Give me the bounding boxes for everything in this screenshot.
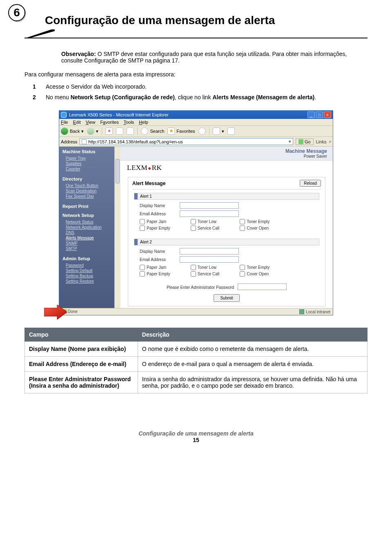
url-input[interactable]: http://157.184.164.138/default.asp?Lang=… xyxy=(80,138,293,145)
admin-password-row: Please Enter Administrator Password xyxy=(128,281,325,293)
back-button[interactable]: Back ▾ xyxy=(61,127,84,135)
stop-icon: × xyxy=(105,127,113,135)
chevron-down-icon[interactable]: ▾ xyxy=(289,139,291,144)
alert2-tonerempty-checkbox[interactable]: Toner Empty xyxy=(240,265,270,270)
history-icon xyxy=(198,127,206,135)
ie-logo-icon xyxy=(61,112,67,118)
note-label: Observação: xyxy=(61,51,96,57)
sidebar-item-network-status[interactable]: Network Status xyxy=(66,219,120,225)
alert2-paperempty-checkbox[interactable]: Paper Empty xyxy=(140,271,170,277)
alert1-tonerlow-checkbox[interactable]: Toner Low xyxy=(191,219,219,224)
description-table: Campo Descrição Display Name (Nome para … xyxy=(24,328,368,393)
status-bar: 🟩 Done Local intranet xyxy=(59,308,333,315)
sidebar-item-alerts-message[interactable]: Alerts Message xyxy=(66,235,120,241)
menu-view[interactable]: View xyxy=(86,120,96,125)
stop-button[interactable]: × xyxy=(105,127,113,135)
menu-favorites[interactable]: Favorites xyxy=(100,120,118,125)
browser-window: Lexmark X500 Series - Microsoft Internet… xyxy=(59,110,333,315)
close-button[interactable]: × xyxy=(324,112,331,118)
alert1-coveropen-checkbox[interactable]: Cover Open xyxy=(240,226,270,231)
table-row: Email Address (Endereço de e-mail) O end… xyxy=(25,357,368,372)
menu-help[interactable]: Help xyxy=(139,120,148,125)
step-item-text: Acesse o Servidor da Web incorporado. xyxy=(46,83,368,90)
sidebar-item-paper-tray[interactable]: Paper Tray xyxy=(66,156,120,161)
sidebar-item-setting-default[interactable]: Setting Default xyxy=(66,268,120,273)
sidebar-item-network-application[interactable]: Network Application xyxy=(66,225,120,230)
admin-password-label: Please Enter Administrator Password xyxy=(167,285,234,290)
admin-password-input[interactable] xyxy=(238,284,287,290)
sidebar-item-counter[interactable]: Counter xyxy=(66,166,120,172)
sidebar-item-smtp[interactable]: SMTP xyxy=(66,246,120,251)
alert2-email-input[interactable] xyxy=(180,256,239,263)
search-button[interactable]: Search xyxy=(141,127,164,135)
alert1-servicecall-checkbox[interactable]: Service Call xyxy=(191,226,219,231)
note-text: O SMTP deve estar configurado para que e… xyxy=(61,51,347,64)
alert1-display-name-input[interactable] xyxy=(180,202,239,209)
table-cell-val: O endereço de e-mail para o qual a mensa… xyxy=(138,357,367,372)
favorites-button[interactable]: ★Favorites xyxy=(167,127,195,135)
print-button[interactable] xyxy=(227,127,235,135)
forward-button[interactable]: ▾ xyxy=(87,127,98,135)
menu-file[interactable]: File xyxy=(61,120,68,125)
menu-tools[interactable]: Tools xyxy=(124,120,134,125)
alert2-display-name-input[interactable] xyxy=(180,248,239,255)
alert-1-group: Alert 1 Display Name Email Address Paper… xyxy=(128,190,325,235)
alert1-email-input[interactable] xyxy=(180,210,239,217)
mail-icon xyxy=(213,127,220,135)
alert-2-group: Alert 2 Display Name Email Address Paper… xyxy=(128,235,325,281)
sidebar-scrollbar[interactable] xyxy=(114,147,120,308)
sidebar-section-report-print[interactable]: Report Print xyxy=(59,201,120,210)
address-bar: Address http://157.184.164.138/default.a… xyxy=(59,137,333,147)
go-button[interactable]: Go xyxy=(296,138,314,145)
submit-button[interactable]: Submit xyxy=(214,294,239,302)
url-text: http://157.184.164.138/default.asp?Lang=… xyxy=(88,139,183,144)
chevron-icon: » xyxy=(329,139,331,144)
sidebar-item-scan-destination[interactable]: Scan Destination xyxy=(66,188,120,194)
alert-2-header: Alert 2 xyxy=(134,239,319,246)
sidebar-item-password[interactable]: Password xyxy=(66,263,120,268)
sidebar-section-directory: Directory xyxy=(59,174,120,183)
alert-message-panel: Alert Message Reload Alert 1 Display Nam… xyxy=(128,177,325,306)
history-button[interactable] xyxy=(198,127,206,135)
sidebar-item-fax-speed-dial[interactable]: Fax Speed Dial xyxy=(66,194,120,199)
panel-title: Alert Message xyxy=(132,181,165,186)
menu-bar: File Edit View Favorites Tools Help xyxy=(59,119,333,126)
window-titlebar: Lexmark X500 Series - Microsoft Internet… xyxy=(59,111,333,119)
alert2-servicecall-checkbox[interactable]: Service Call xyxy=(191,271,219,277)
step-item: 2 No menu Network Setup (Configuração de… xyxy=(33,94,368,100)
table-header-campo: Campo xyxy=(25,328,138,342)
lead-text: Para configurar mensagens de alerta para… xyxy=(24,71,368,78)
sidebar-item-snmp[interactable]: SNMP xyxy=(66,241,120,246)
alert-1-header: Alert 1 xyxy=(134,193,319,200)
alert2-tonerlow-checkbox[interactable]: Toner Low xyxy=(191,265,219,270)
back-icon xyxy=(61,127,68,135)
sidebar-section-network-setup: Network Setup xyxy=(59,210,120,219)
alert2-paperjam-checkbox[interactable]: Paper Jam xyxy=(140,265,170,270)
maximize-button[interactable]: □ xyxy=(316,112,323,118)
alert1-paperempty-checkbox[interactable]: Paper Empty xyxy=(140,226,170,231)
alert1-tonerempty-checkbox[interactable]: Toner Empty xyxy=(240,219,270,224)
refresh-button[interactable] xyxy=(116,127,123,135)
home-button[interactable] xyxy=(127,127,134,135)
sidebar-item-setting-restore[interactable]: Setting Restore xyxy=(66,279,120,284)
footer-title: Configuração de uma mensagem de alerta xyxy=(24,430,368,437)
status-zone: Local intranet xyxy=(299,309,330,314)
menu-edit[interactable]: Edit xyxy=(73,120,81,125)
sidebar-section-admin-setup: Admin Setup xyxy=(59,254,120,263)
alert1-paperjam-checkbox[interactable]: Paper Jam xyxy=(140,219,170,224)
sidebar-item-dns[interactable]: DNS xyxy=(66,230,120,235)
minimize-button[interactable]: _ xyxy=(307,112,315,118)
table-cell-val: Insira a senha do administrador da impre… xyxy=(138,372,367,393)
links-label[interactable]: Links xyxy=(316,139,327,144)
intranet-icon xyxy=(299,309,304,314)
sidebar-item-supplies[interactable]: Supplies xyxy=(66,161,120,166)
search-icon xyxy=(141,127,148,135)
table-row: Display Name (Nome para exibição) O nome… xyxy=(25,342,368,357)
red-arrow-annotation xyxy=(44,305,67,319)
sidebar-item-setting-backup[interactable]: Setting Backup xyxy=(66,273,120,279)
page-footer: Configuração de uma mensagem de alerta 1… xyxy=(24,430,368,443)
reload-button[interactable]: Reload xyxy=(300,180,321,187)
sidebar-item-one-touch[interactable]: One Touch Button xyxy=(66,183,120,188)
mail-button[interactable]: ▾ xyxy=(213,127,224,135)
alert2-coveropen-checkbox[interactable]: Cover Open xyxy=(240,271,270,277)
